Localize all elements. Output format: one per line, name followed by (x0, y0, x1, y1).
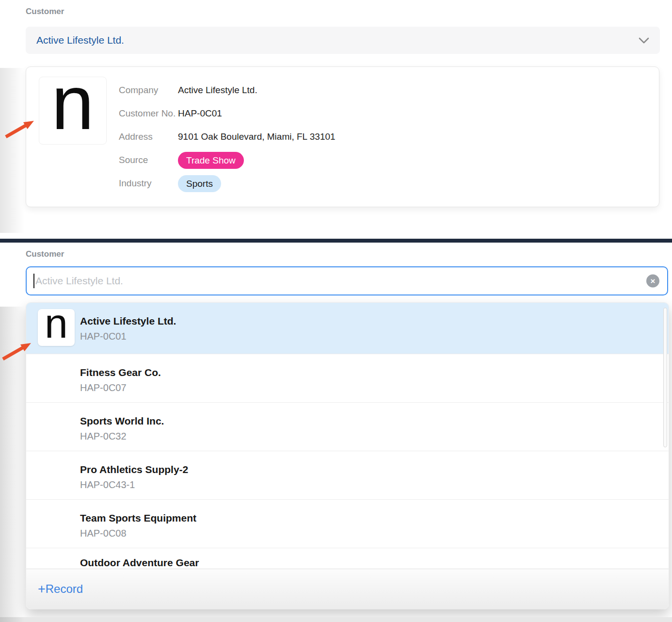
company-label: Company (119, 85, 178, 96)
address-label: Address (119, 131, 178, 142)
result-code: HAP-0C07 (80, 382, 669, 393)
clear-icon[interactable]: × (646, 275, 659, 288)
result-code: HAP-0C32 (80, 431, 669, 442)
address-value: 9101 Oak Boulevard, Miami, FL 33101 (178, 131, 336, 142)
source-row: Source Trade Show (119, 148, 649, 172)
result-name: Fitness Gear Co. (80, 367, 669, 378)
customer-detail-card: n Company Active Lifestyle Ltd. Customer… (26, 66, 659, 207)
result-name: Outdoor Adventure Gear (80, 557, 669, 568)
customer-search-input[interactable] (26, 266, 668, 295)
company-row: Company Active Lifestyle Ltd. (119, 79, 649, 102)
left-edge-shadow-bottom (0, 307, 24, 622)
customer-fields: Company Active Lifestyle Ltd. Customer N… (119, 79, 649, 195)
result-code: HAP-0C43-1 (80, 479, 669, 491)
add-record-button[interactable]: + Record (26, 569, 669, 609)
text-cursor (33, 274, 34, 288)
customer-no-label: Customer No. (119, 108, 178, 119)
left-edge-shadow-top (0, 68, 24, 233)
company-value: Active Lifestyle Ltd. (178, 85, 257, 96)
company-logo: n (39, 77, 107, 145)
list-item-active-lifestyle[interactable]: n Active Lifestyle Ltd. HAP-0C01 (26, 303, 669, 354)
customer-field-label-bottom: Customer (26, 249, 672, 259)
customer-no-value: HAP-0C01 (178, 108, 222, 119)
result-name: Pro Athletics Supply-2 (80, 464, 669, 475)
customer-search: × (26, 266, 668, 295)
customer-no-row: Customer No. HAP-0C01 (119, 102, 649, 125)
plus-icon: + (38, 582, 46, 597)
industry-badge: Sports (178, 175, 221, 192)
customer-select-value: Active Lifestyle Ltd. (36, 34, 639, 46)
result-code: HAP-0C08 (80, 528, 669, 539)
list-item-pro-athletics[interactable]: Pro Athletics Supply-2 HAP-0C43-1 (26, 451, 669, 499)
company-logo-letter: n (51, 77, 94, 141)
address-row: Address 9101 Oak Boulevard, Miami, FL 33… (119, 125, 649, 148)
result-name: Sports World Inc. (80, 415, 669, 427)
customer-dropdown-panel: n Active Lifestyle Ltd. HAP-0C01 Fitness… (26, 302, 669, 609)
source-label: Source (119, 155, 178, 165)
industry-row: Industry Sports (119, 172, 649, 195)
customer-select[interactable]: Active Lifestyle Ltd. (26, 27, 660, 54)
result-name: Team Sports Equipment (80, 512, 669, 524)
list-item-sports-world[interactable]: Sports World Inc. HAP-0C32 (26, 402, 669, 451)
list-item-team-sports[interactable]: Team Sports Equipment HAP-0C08 (26, 499, 669, 548)
company-logo: n (38, 309, 75, 346)
company-logo-letter: n (45, 309, 68, 344)
result-name: Active Lifestyle Ltd. (80, 315, 669, 327)
add-record-label: Record (46, 582, 83, 596)
scrollbar-thumb[interactable] (663, 308, 667, 447)
result-code: HAP-0C01 (80, 331, 669, 342)
customer-field-label-top: Customer (26, 7, 672, 16)
section-divider (0, 239, 672, 243)
source-badge: Trade Show (178, 152, 244, 169)
industry-label: Industry (119, 178, 178, 189)
list-item-outdoor-adventure[interactable]: Outdoor Adventure Gear (26, 548, 669, 568)
list-item-fitness-gear[interactable]: Fitness Gear Co. HAP-0C07 (26, 354, 669, 402)
chevron-down-icon (639, 37, 649, 44)
page-bottom-edge (0, 617, 672, 622)
